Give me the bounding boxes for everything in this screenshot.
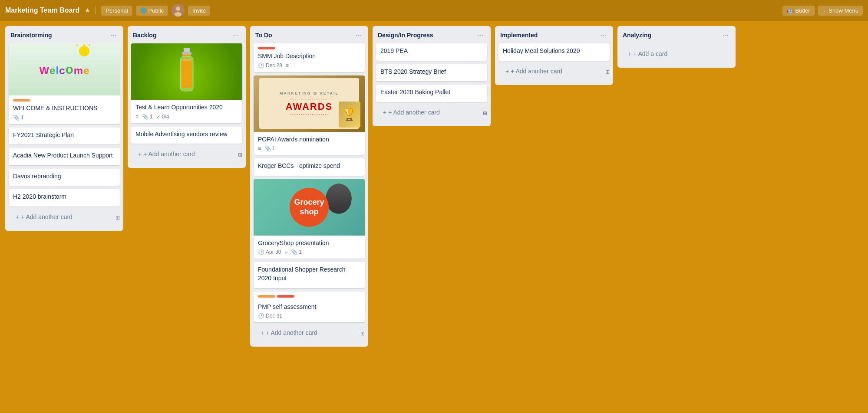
column-menu-brainstorming[interactable]: ···: [109, 30, 118, 40]
card-holiday-meal[interactable]: Holiday Meal Solutions 2020: [498, 43, 610, 61]
popai-desc: ≡: [258, 145, 261, 151]
svg-point-8: [182, 59, 192, 61]
header-right: 🤖 Butler ··· Show Menu: [782, 6, 863, 16]
card-pea2019[interactable]: 2019 PEA: [376, 43, 487, 61]
card-easter[interactable]: Easter 2020 Baking Pallet: [376, 85, 487, 102]
mobile-ad-title: Mobile Advertising vendors review: [135, 130, 238, 139]
groceryshop-title: GroceryShop presentation: [258, 239, 360, 248]
davos-body: Davos rebranding: [9, 169, 120, 186]
attach-icon-grocery: 📎: [291, 249, 297, 255]
desc-icon-popai: ≡: [258, 145, 261, 151]
column-title-brainstorming: Brainstorming: [10, 32, 52, 39]
card-welcome[interactable]: W e l c o m e WELCOME & INSTRUCTIONS 📎: [9, 43, 120, 124]
avatar[interactable]: [172, 4, 185, 17]
column-header-implemented: Implemented ···: [495, 26, 613, 43]
trophy-icon: 🏆: [342, 107, 357, 121]
copy-icon-brainstorming[interactable]: ⊞: [116, 215, 120, 221]
card-kroger[interactable]: Kroger BCCs - optimize spend: [254, 158, 365, 176]
awards-subtitle: MARKETING @ RETAIL: [280, 91, 339, 95]
smm-clock: 🕐 Dec 28: [258, 62, 282, 69]
easter-title: Easter 2020 Baking Pallet: [380, 88, 483, 97]
card-test-learn[interactable]: Test & Learn Opportunities 2020 ≡ 📎 1 ✓ …: [131, 43, 242, 123]
copy-icon-design[interactable]: ⊞: [483, 110, 487, 116]
smm-body: SMM Job Description 🕐 Dec 28 ≡: [254, 43, 365, 72]
card-popai[interactable]: MARKETING @ RETAIL ·····················…: [254, 75, 365, 155]
card-mobile-ad[interactable]: Mobile Advertising vendors review: [131, 127, 242, 144]
test-learn-desc: ≡: [135, 114, 139, 120]
backlog-cover: [131, 43, 242, 100]
column-title-design: Design/In Progress: [378, 32, 433, 39]
column-menu-analyzing[interactable]: ···: [721, 30, 730, 40]
pmp-date: Dec 31: [266, 313, 282, 319]
backlog-add-row: + + Add another card ⊞: [128, 144, 246, 168]
card-bts2020[interactable]: BTS 2020 Strategy Brief: [376, 64, 487, 82]
backlog-cards: Test & Learn Opportunities 2020 ≡ 📎 1 ✓ …: [128, 43, 246, 144]
copy-icon-backlog[interactable]: ⊞: [238, 152, 242, 158]
star-icon[interactable]: ★: [85, 7, 90, 14]
test-learn-checklist: ✓ 0/4: [156, 114, 169, 120]
butler-button[interactable]: 🤖 Butler: [782, 6, 815, 16]
design-add-card[interactable]: + + Add another card: [378, 105, 481, 119]
card-h2[interactable]: H2 2020 brainstorm: [9, 189, 120, 206]
popai-attach: 📎 1: [264, 145, 275, 151]
letter-l: l: [56, 66, 59, 76]
implemented-add-card[interactable]: + + Add another card: [500, 64, 604, 78]
todo-add-row: + + Add another card ⊞: [250, 322, 368, 347]
h2-title: H2 2020 brainstorm: [13, 193, 116, 201]
globe-icon: 🌐: [140, 7, 147, 13]
svg-rect-5: [182, 55, 191, 56]
card-acadia[interactable]: Acadia New Product Launch Support: [9, 148, 120, 165]
pmp-clock: 🕐 Dec 31: [258, 313, 282, 319]
column-menu-todo[interactable]: ···: [354, 30, 363, 40]
personal-button[interactable]: Personal: [101, 6, 132, 16]
pea-body: 2019 PEA: [376, 43, 487, 61]
letter-m: m: [74, 66, 83, 76]
column-menu-implemented[interactable]: ···: [599, 30, 608, 40]
column-header-todo: To Do ···: [250, 26, 368, 43]
awards-dots-2: ·····················: [290, 112, 329, 116]
todo-add-card[interactable]: + + Add another card: [255, 326, 359, 340]
column-menu-design[interactable]: ···: [476, 30, 485, 40]
show-menu-label: Show Menu: [828, 7, 858, 14]
implemented-cards: Holiday Meal Solutions 2020: [495, 43, 613, 61]
brainstorming-add-card[interactable]: + + Add another card: [10, 210, 114, 224]
card-groceryshop[interactable]: Groceryshop GroceryShop presentation 🕐 A…: [254, 179, 365, 259]
desc-icon: ≡: [135, 114, 139, 120]
add-card-label-analyzing: + Add a card: [633, 50, 667, 57]
board: Brainstorming ··· W e l c o m e: [0, 21, 868, 413]
public-label: Public: [149, 7, 164, 14]
invite-label: Invite: [192, 7, 206, 14]
welcome-card-meta: 📎 1: [13, 115, 116, 121]
fy2021-title: FY2021 Strategic Plan: [13, 131, 116, 140]
bts-title: BTS 2020 Strategy Brief: [380, 68, 483, 76]
plus-icon-implemented: +: [505, 68, 509, 75]
card-fy2021[interactable]: FY2021 Strategic Plan: [9, 128, 120, 145]
backlog-add-card[interactable]: + + Add another card: [133, 147, 236, 161]
analyzing-add-row: + + Add a card: [617, 43, 736, 68]
svg-rect-3: [184, 48, 190, 52]
public-button[interactable]: 🌐 Public: [136, 6, 168, 16]
copy-icon-todo[interactable]: ⊞: [360, 331, 365, 337]
column-analyzing: Analyzing ··· + + Add a card: [617, 26, 736, 68]
clock-icon-smm: 🕐: [258, 62, 264, 69]
design-add-row: + + Add another card ⊞: [373, 102, 491, 126]
desc-icon-grocery: ≡: [284, 249, 287, 255]
column-menu-backlog[interactable]: ···: [231, 30, 241, 40]
design-cards: 2019 PEA BTS 2020 Strategy Brief Easter …: [373, 43, 491, 102]
analyzing-add-card[interactable]: + + Add a card: [623, 47, 730, 61]
pmp-title: PMP self assessment: [258, 303, 360, 311]
grocery-date: Apr 30: [266, 249, 281, 255]
card-pmp[interactable]: PMP self assessment 🕐 Dec 31: [254, 292, 365, 323]
grocery-attach-count: 1: [299, 249, 302, 255]
copy-icon-implemented[interactable]: ⊞: [605, 69, 610, 75]
card-smm[interactable]: SMM Job Description 🕐 Dec 28 ≡: [254, 43, 365, 72]
kroger-body: Kroger BCCs - optimize spend: [254, 158, 365, 176]
column-title-analyzing: Analyzing: [623, 32, 651, 39]
card-davos[interactable]: Davos rebranding: [9, 169, 120, 186]
svg-rect-7: [182, 60, 192, 88]
pmp-label-orange: [258, 295, 275, 298]
awards-title-big: AWARDS: [286, 101, 333, 112]
card-foundational[interactable]: Foundational Shopper Research 2020 Input: [254, 262, 365, 288]
invite-button[interactable]: Invite: [188, 6, 210, 16]
show-menu-button[interactable]: ··· Show Menu: [818, 6, 863, 16]
